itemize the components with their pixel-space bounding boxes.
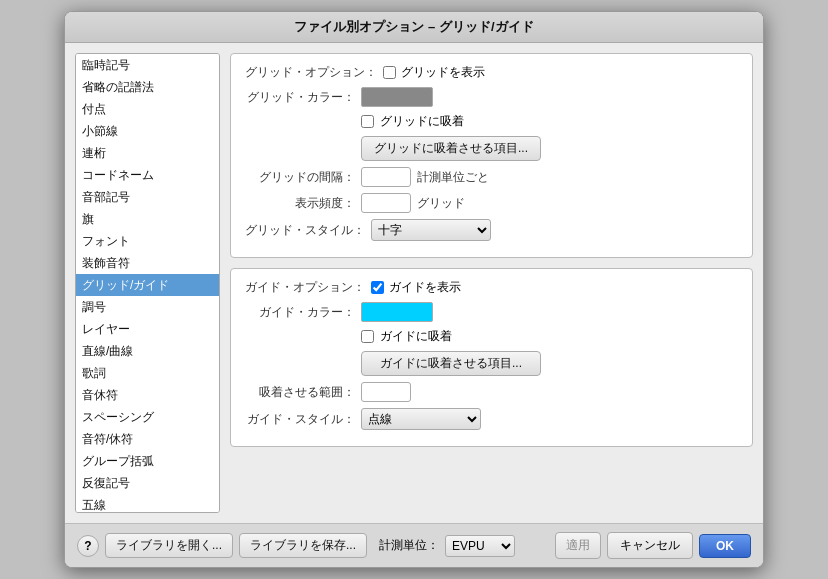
grid-style-label: グリッド・スタイル： xyxy=(245,222,365,239)
guide-snap-button-row: ガイドに吸着させる項目... xyxy=(245,351,738,376)
grid-frequency-input[interactable]: 1 xyxy=(361,193,411,213)
show-guide-row: ガイドを表示 xyxy=(371,279,461,296)
sidebar-item[interactable]: 五線 xyxy=(76,494,219,513)
sidebar-item[interactable]: フォント xyxy=(76,230,219,252)
guide-header-row: ガイド・オプション： ガイドを表示 xyxy=(245,279,738,296)
grid-snap-checkbox[interactable] xyxy=(361,115,374,128)
grid-interval-label: グリッドの間隔： xyxy=(245,169,355,186)
grid-interval-unit: 計測単位ごと xyxy=(417,169,489,186)
guide-snap-row: ガイドに吸着 xyxy=(245,328,738,345)
grid-snap-row: グリッドに吸着 xyxy=(245,113,738,130)
sidebar-item[interactable]: 音休符 xyxy=(76,384,219,406)
sidebar-item[interactable]: レイヤー xyxy=(76,318,219,340)
sidebar-item[interactable]: 音部記号 xyxy=(76,186,219,208)
unit-select[interactable]: EVPU インチ センチ ポイント xyxy=(445,535,515,557)
grid-snap-label: グリッドに吸着 xyxy=(380,113,464,130)
unit-label: 計測単位： xyxy=(379,537,439,554)
grid-frequency-unit: グリッド xyxy=(417,195,465,212)
guide-snap-checkbox[interactable] xyxy=(361,330,374,343)
grid-section: グリッド・オプション： グリッドを表示 グリッド・カラー： グリッドに吸着 xyxy=(230,53,753,258)
grid-frequency-row: 表示頻度： 1 グリッド xyxy=(245,193,738,213)
sidebar-item[interactable]: 省略の記譜法 xyxy=(76,76,219,98)
sidebar-item[interactable]: 直線/曲線 xyxy=(76,340,219,362)
guide-range-row: 吸着させる範囲： 18 xyxy=(245,382,738,402)
sidebar-item[interactable]: 連桁 xyxy=(76,142,219,164)
guide-section-header: ガイド・オプション： xyxy=(245,279,365,296)
guide-style-label: ガイド・スタイル： xyxy=(245,411,355,428)
ok-button[interactable]: OK xyxy=(699,534,751,558)
grid-section-header: グリッド・オプション： xyxy=(245,64,377,81)
sidebar-item[interactable]: グループ括弧 xyxy=(76,450,219,472)
sidebar: 臨時記号省略の記譜法付点小節線連桁コードネーム音部記号旗フォント装飾音符グリッド… xyxy=(75,53,220,513)
sidebar-item[interactable]: 調号 xyxy=(76,296,219,318)
guide-style-select[interactable]: 点線 実線 十字 xyxy=(361,408,481,430)
grid-snap-button-row: グリッドに吸着させる項目... xyxy=(245,136,738,161)
guide-range-input[interactable]: 18 xyxy=(361,382,411,402)
sidebar-item[interactable]: 小節線 xyxy=(76,120,219,142)
grid-header-row: グリッド・オプション： グリッドを表示 xyxy=(245,64,738,81)
grid-color-row: グリッド・カラー： xyxy=(245,87,738,107)
sidebar-item[interactable]: 旗 xyxy=(76,208,219,230)
grid-snap-items-button[interactable]: グリッドに吸着させる項目... xyxy=(361,136,541,161)
grid-color-label: グリッド・カラー： xyxy=(245,89,355,106)
guide-section: ガイド・オプション： ガイドを表示 ガイド・カラー： ガイドに吸着 xyxy=(230,268,753,447)
show-grid-checkbox[interactable] xyxy=(383,66,396,79)
sidebar-item[interactable]: 装飾音符 xyxy=(76,252,219,274)
main-panel: グリッド・オプション： グリッドを表示 グリッド・カラー： グリッドに吸着 xyxy=(230,53,753,513)
guide-color-swatch[interactable] xyxy=(361,302,433,322)
show-guide-label: ガイドを表示 xyxy=(389,279,461,296)
sidebar-item[interactable]: 歌詞 xyxy=(76,362,219,384)
grid-interval-input[interactable]: 72 xyxy=(361,167,411,187)
guide-style-row: ガイド・スタイル： 点線 実線 十字 xyxy=(245,408,738,430)
sidebar-item[interactable]: 臨時記号 xyxy=(76,54,219,76)
sidebar-item[interactable]: コードネーム xyxy=(76,164,219,186)
apply-button[interactable]: 適用 xyxy=(555,532,601,559)
guide-range-label: 吸着させる範囲： xyxy=(245,384,355,401)
dialog-title: ファイル別オプション – グリッド/ガイド xyxy=(294,19,533,34)
sidebar-item[interactable]: グリッド/ガイド xyxy=(76,274,219,296)
guide-snap-items-button[interactable]: ガイドに吸着させる項目... xyxy=(361,351,541,376)
help-button[interactable]: ? xyxy=(77,535,99,557)
cancel-button[interactable]: キャンセル xyxy=(607,532,693,559)
sidebar-item[interactable]: 反復記号 xyxy=(76,472,219,494)
grid-style-select[interactable]: 十字 点 実線 xyxy=(371,219,491,241)
guide-color-label: ガイド・カラー： xyxy=(245,304,355,321)
grid-style-row: グリッド・スタイル： 十字 点 実線 xyxy=(245,219,738,241)
library-save-button[interactable]: ライブラリを保存... xyxy=(239,533,367,558)
show-guide-checkbox[interactable] xyxy=(371,281,384,294)
sidebar-item[interactable]: 付点 xyxy=(76,98,219,120)
grid-frequency-label: 表示頻度： xyxy=(245,195,355,212)
sidebar-item[interactable]: スペーシング xyxy=(76,406,219,428)
library-open-button[interactable]: ライブラリを開く... xyxy=(105,533,233,558)
guide-color-row: ガイド・カラー： xyxy=(245,302,738,322)
sidebar-item[interactable]: 音符/休符 xyxy=(76,428,219,450)
show-grid-row: グリッドを表示 xyxy=(383,64,485,81)
content-area: 臨時記号省略の記譜法付点小節線連桁コードネーム音部記号旗フォント装飾音符グリッド… xyxy=(65,43,763,523)
dialog: ファイル別オプション – グリッド/ガイド 臨時記号省略の記譜法付点小節線連桁コ… xyxy=(64,11,764,568)
guide-snap-label: ガイドに吸着 xyxy=(380,328,452,345)
title-bar: ファイル別オプション – グリッド/ガイド xyxy=(65,12,763,43)
footer: ? ライブラリを開く... ライブラリを保存... 計測単位： EVPU インチ… xyxy=(65,523,763,567)
grid-interval-row: グリッドの間隔： 72 計測単位ごと xyxy=(245,167,738,187)
show-grid-label: グリッドを表示 xyxy=(401,64,485,81)
grid-color-swatch[interactable] xyxy=(361,87,433,107)
